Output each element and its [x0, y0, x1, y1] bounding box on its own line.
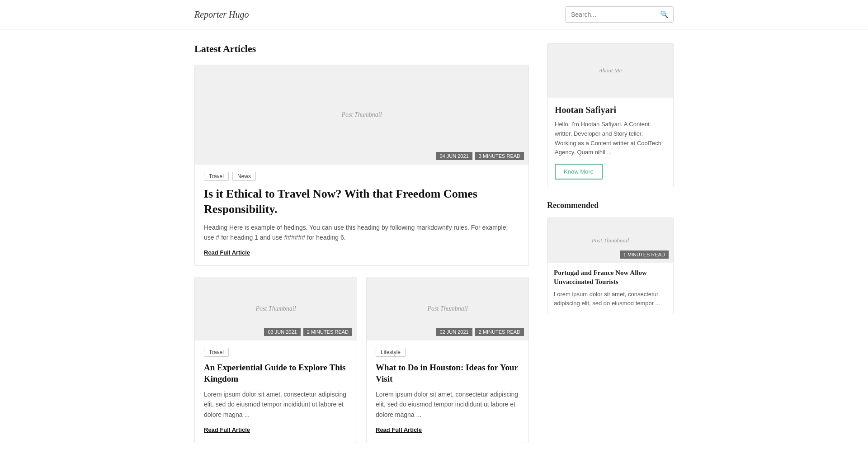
search-input[interactable]	[566, 7, 656, 22]
featured-date: 04 JUN 2021	[436, 152, 472, 160]
featured-thumbnail-text: Post Thumbnail	[341, 111, 382, 118]
card1-thumbnail: Post Thumbnail 03 JUN 2021 2 MINUTES REA…	[195, 277, 357, 340]
card2-read-time: 2 MINUTES READ	[475, 328, 524, 336]
rec-read-time: 1 MINUTES READ	[620, 250, 669, 259]
card2-thumbnail: Post Thumbnail 02 JUN 2021 2 MINUTES REA…	[367, 277, 528, 340]
featured-meta-overlay: 04 JUN 2021 3 MINUTES READ	[436, 152, 524, 160]
about-thumbnail-text: About Me	[599, 67, 622, 74]
card2-tags: Lifestyle	[376, 348, 519, 357]
content-area: Latest Articles Post Thumbnail 04 JUN 20…	[194, 43, 529, 443]
site-header: Reporter Hugo 🔍	[0, 0, 868, 29]
card1-excerpt: Lorem ipsum dolor sit amet, consectetur …	[204, 389, 348, 420]
recommended-section: Recommended Post Thumbnail 1 MINUTES REA…	[547, 201, 674, 314]
rec-excerpt: Lorem ipsum dolor sit amet, consectetur …	[554, 290, 667, 307]
know-more-button[interactable]: Know More	[555, 164, 603, 180]
rec-thumbnail: Post Thumbnail 1 MINUTES READ	[547, 218, 673, 263]
search-box: 🔍	[565, 6, 674, 23]
search-icon: 🔍	[660, 10, 669, 18]
featured-read-more[interactable]: Read Full Article	[204, 249, 250, 256]
card1-tags: Travel	[204, 348, 348, 357]
featured-tags: Travel News	[204, 172, 519, 181]
recommended-card: Post Thumbnail 1 MINUTES READ Portugal a…	[547, 217, 674, 314]
card1-date: 03 JUN 2021	[264, 328, 300, 336]
about-name: Hootan Safiyari	[555, 105, 666, 115]
featured-thumbnail: Post Thumbnail 04 JUN 2021 3 MINUTES REA…	[195, 65, 528, 165]
search-button[interactable]: 🔍	[656, 7, 673, 22]
card1-read-time: 2 MINUTES READ	[303, 328, 352, 336]
featured-read-time: 3 MINUTES READ	[475, 152, 524, 160]
tag-travel: Travel	[204, 172, 229, 181]
featured-title: Is it Ethical to Travel Now? With that F…	[204, 186, 519, 217]
rec-thumbnail-text: Post Thumbnail	[592, 237, 629, 244]
card1-meta-overlay: 03 JUN 2021 2 MINUTES READ	[264, 328, 352, 336]
card1-body: Travel An Experiential Guide to Explore …	[195, 340, 357, 443]
about-thumbnail: About Me	[547, 43, 673, 98]
card2-meta-overlay: 02 JUN 2021 2 MINUTES READ	[436, 328, 524, 336]
card1-tag: Travel	[204, 348, 229, 357]
site-logo: Reporter Hugo	[194, 9, 249, 20]
about-body: Hootan Safiyari Hello, I'm Hootan Safiya…	[547, 98, 673, 187]
card2-tag: Lifestyle	[376, 348, 406, 357]
rec-title: Portugal and France Now Allow Unvaccinat…	[554, 269, 667, 286]
card1-title: An Experiential Guide to Explore This Ki…	[204, 362, 348, 384]
card2-date: 02 JUN 2021	[436, 328, 472, 336]
section-title: Latest Articles	[194, 43, 529, 55]
card1-thumbnail-text: Post Thumbnail	[255, 305, 296, 312]
main-container: Latest Articles Post Thumbnail 04 JUN 20…	[185, 29, 683, 449]
tag-news: News	[232, 172, 256, 181]
card2-title: What to Do in Houston: Ideas for Your Vi…	[376, 362, 519, 384]
about-bio: Hello, I'm Hootan Safiyari. A Content wr…	[555, 120, 666, 157]
about-box: About Me Hootan Safiyari Hello, I'm Hoot…	[547, 43, 674, 187]
rec-meta-overlay: 1 MINUTES READ	[620, 250, 669, 259]
card2-body: Lifestyle What to Do in Houston: Ideas f…	[367, 340, 528, 443]
sidebar: About Me Hootan Safiyari Hello, I'm Hoot…	[547, 43, 674, 443]
articles-grid: Post Thumbnail 03 JUN 2021 2 MINUTES REA…	[194, 277, 529, 443]
card2-excerpt: Lorem ipsum dolor sit amet, consectetur …	[376, 389, 519, 420]
article-card-2: Post Thumbnail 02 JUN 2021 2 MINUTES REA…	[366, 277, 529, 443]
rec-body: Portugal and France Now Allow Unvaccinat…	[547, 263, 673, 314]
recommended-title: Recommended	[547, 201, 674, 210]
featured-article-body: Travel News Is it Ethical to Travel Now?…	[195, 165, 528, 265]
article-card-1: Post Thumbnail 03 JUN 2021 2 MINUTES REA…	[194, 277, 357, 443]
card1-read-more[interactable]: Read Full Article	[204, 426, 250, 433]
featured-excerpt: Heading Here is example of hedings. You …	[204, 222, 519, 243]
card2-thumbnail-text: Post Thumbnail	[427, 305, 467, 312]
featured-article: Post Thumbnail 04 JUN 2021 3 MINUTES REA…	[194, 65, 529, 266]
card2-read-more[interactable]: Read Full Article	[376, 426, 422, 433]
